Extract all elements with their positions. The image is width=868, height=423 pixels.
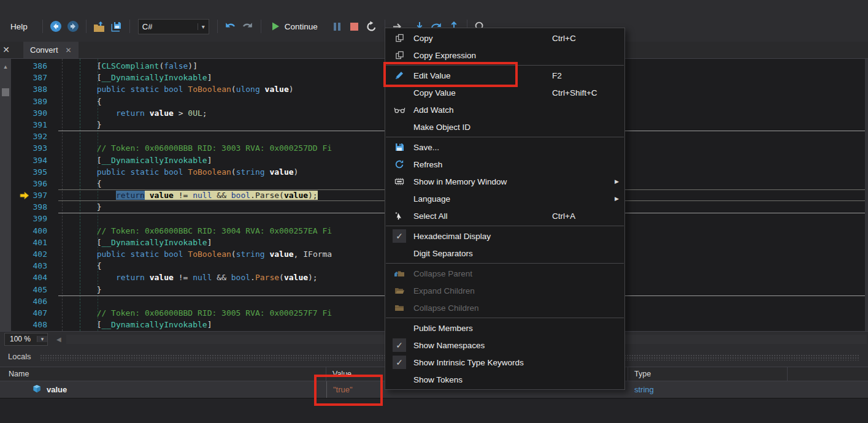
variable-name: value <box>47 385 67 394</box>
line-number: 400 <box>11 225 47 237</box>
tab-convert[interactable]: Convert ✕ <box>23 42 79 58</box>
code-text: return value != null && bool.Parse(value… <box>58 272 318 283</box>
code-text: [CLSCompliant(false)] <box>58 60 198 72</box>
menu-item-add-watch[interactable]: Add Watch <box>385 101 624 118</box>
zoom-level-select[interactable]: 100 % ▾ <box>4 333 48 346</box>
menu-item-label: Copy <box>413 34 433 43</box>
line-number: 387 <box>11 72 47 83</box>
undo-icon <box>224 21 237 32</box>
menu-item-label: Collapse Parent <box>413 269 472 278</box>
code-text: // Token: 0x06000BBD RID: 3005 RVA: 0x00… <box>58 307 332 319</box>
copy-icon <box>385 33 413 43</box>
line-number: 408 <box>11 319 47 330</box>
folder-up-icon <box>385 269 413 278</box>
menu-item-copy[interactable]: CopyCtrl+C <box>385 29 624 47</box>
line-number: 391 <box>11 119 47 131</box>
code-text: [__DynamicallyInvokable] <box>58 154 212 166</box>
menu-separator <box>386 226 624 226</box>
save-all-button[interactable] <box>109 18 125 34</box>
menu-item-label: Show Namespaces <box>413 341 485 350</box>
scrollbar-thumb[interactable] <box>2 88 9 96</box>
menu-item-show-in-memory-window[interactable]: Show in Memory Window▶ <box>385 173 624 190</box>
stop-icon <box>350 23 358 31</box>
memory-icon <box>385 177 413 186</box>
menu-item-public-members[interactable]: Public Members <box>385 319 624 337</box>
line-number: 390 <box>11 107 47 119</box>
menu-item-save[interactable]: Save... <box>385 139 624 156</box>
forward-icon <box>67 20 79 32</box>
save-icon <box>385 142 413 152</box>
menu-item-label: Add Watch <box>413 105 454 115</box>
redo-icon <box>241 21 254 32</box>
code-text: { <box>58 178 101 189</box>
hscroll-left-arrow-icon[interactable]: ◀ <box>56 336 61 343</box>
code-text: return value != null && bool.Parse(value… <box>58 189 318 201</box>
line-number: 399 <box>11 213 47 224</box>
line-number: 406 <box>11 295 47 307</box>
navigate-forward-button[interactable] <box>65 18 81 34</box>
pause-button[interactable] <box>329 18 345 34</box>
menu-item-shortcut: F2 <box>552 71 562 80</box>
line-number: 407 <box>11 307 47 319</box>
locals-cell-type[interactable]: string <box>628 381 788 398</box>
toolbar-separator <box>129 20 130 33</box>
pane-close-button[interactable]: ✕ <box>1 43 12 56</box>
toolbar-separator <box>261 20 261 33</box>
menu-help[interactable]: Help <box>0 18 38 35</box>
menu-item-label: Language <box>413 194 450 204</box>
editor-right-scrollbar[interactable] <box>865 59 868 331</box>
refresh-icon <box>385 159 413 169</box>
undo-button[interactable] <box>223 18 239 34</box>
locals-title: Locals <box>8 352 31 361</box>
line-number: 396 <box>11 178 47 189</box>
menu-check-cell: ✓ <box>385 356 413 369</box>
menu-item-show-tokens[interactable]: Show Tokens <box>385 371 624 388</box>
menu-item-collapse-parent[interactable]: Collapse Parent <box>385 265 624 282</box>
checkmark-icon: ✓ <box>393 229 406 243</box>
column-header-type[interactable]: Type <box>628 367 788 381</box>
open-file-button[interactable] <box>91 18 107 34</box>
restart-button[interactable] <box>364 18 380 34</box>
menu-item-shortcut: Ctrl+A <box>552 212 575 221</box>
stop-button[interactable] <box>347 18 363 34</box>
menu-item-language[interactable]: Language▶ <box>385 190 624 207</box>
menu-item-copy-expression[interactable]: Copy Expression <box>385 47 624 64</box>
code-text: [__DynamicallyInvokable] <box>58 237 212 248</box>
menu-separator <box>386 263 624 264</box>
redo-button[interactable] <box>240 18 256 34</box>
tab-close-icon[interactable]: ✕ <box>66 46 72 55</box>
code-text: return value > 0UL; <box>58 107 207 119</box>
chevron-down-icon[interactable]: ▾ <box>198 23 209 30</box>
menu-item-make-object-id[interactable]: Make Object ID <box>385 118 624 135</box>
navigate-back-button[interactable] <box>48 18 64 34</box>
menu-item-collapse-children[interactable]: Collapse Children <box>385 299 624 316</box>
menu-item-label: Show Tokens <box>413 375 463 384</box>
annotation-box-edit-value <box>383 62 518 87</box>
menu-item-shortcut: Ctrl+C <box>552 34 576 43</box>
menu-item-label: Show in Memory Window <box>413 177 507 186</box>
left-vertical-scrollbar[interactable]: ▲ <box>0 59 11 331</box>
menu-item-hexadecimal-display[interactable]: ✓Hexadecimal Display <box>385 227 624 245</box>
code-text: // Token: 0x06000BBC RID: 3004 RVA: 0x00… <box>58 225 332 237</box>
chevron-down-icon[interactable]: ▾ <box>37 336 47 342</box>
back-icon <box>50 20 62 32</box>
language-selector[interactable]: C# ▾ <box>138 19 209 34</box>
menu-item-show-namespaces[interactable]: ✓Show Namespaces <box>385 337 624 354</box>
menu-item-expand-children[interactable]: Expand Children <box>385 282 624 299</box>
menu-item-digit-separators[interactable]: Digit Separators <box>385 245 624 262</box>
continue-button[interactable]: Continue <box>266 18 323 34</box>
checkmark-icon: ✓ <box>393 356 406 369</box>
code-text: } <box>58 284 101 295</box>
code-text: public static bool ToBoolean(string valu… <box>58 248 332 260</box>
menu-check-cell: ✓ <box>385 338 413 352</box>
scroll-up-arrow-icon[interactable]: ▲ <box>0 59 11 70</box>
menu-item-label: Digit Separators <box>413 249 473 258</box>
locals-cell-name[interactable]: value <box>0 384 326 395</box>
line-number: 403 <box>11 260 47 272</box>
menu-item-select-all[interactable]: Select AllCtrl+A <box>385 207 624 224</box>
play-icon <box>271 21 280 31</box>
column-header-name[interactable]: Name <box>0 367 326 381</box>
zoom-level-value: 100 % <box>5 335 37 343</box>
menu-item-refresh[interactable]: Refresh <box>385 156 624 173</box>
menu-item-show-intrinsic-type-keywords[interactable]: ✓Show Intrinsic Type Keywords <box>385 354 624 371</box>
